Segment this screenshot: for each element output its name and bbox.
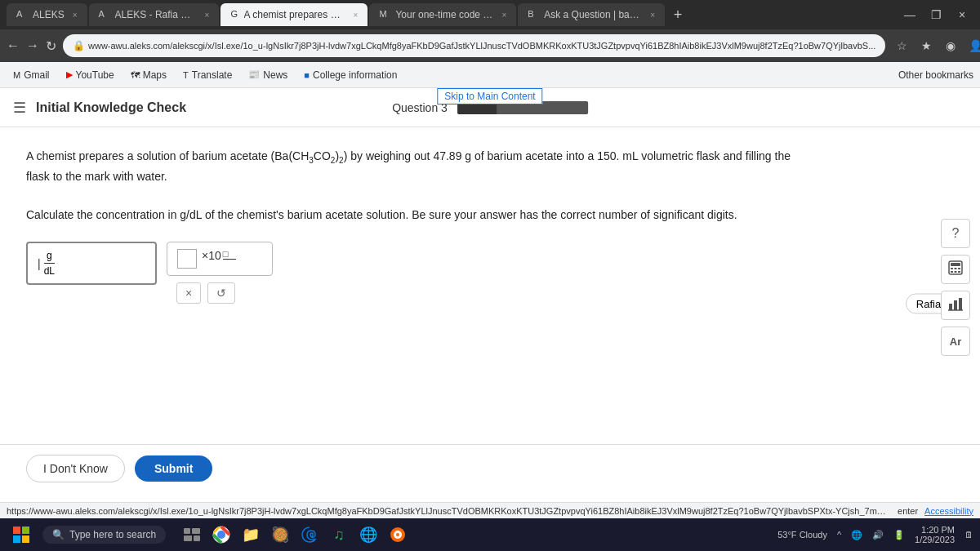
bar-chart-button[interactable]	[941, 291, 970, 320]
content-panel: Skip to Main Content ☰ Initial Knowledge…	[0, 88, 980, 518]
taskbar-network-icon[interactable]: 🌐	[851, 530, 862, 540]
bookmark-news[interactable]: 📰 News	[242, 68, 294, 82]
svg-rect-19	[194, 535, 200, 541]
tab-close-4[interactable]: ×	[501, 11, 506, 20]
tab-aleks-knowledge[interactable]: A ALEKS - Rafia Riaz - Knowledge C ×	[89, 3, 220, 26]
bookmark-college-label: College information	[313, 69, 397, 81]
sci-notation-wrapper: ×10 □ × ↺	[167, 242, 273, 304]
bookmark-college[interactable]: ■ College information	[297, 68, 403, 82]
calculator-button[interactable]	[941, 255, 970, 284]
periodic-table-button[interactable]: Ar	[941, 327, 970, 356]
status-accessibility[interactable]: Accessibility	[924, 506, 973, 516]
right-tools: ?	[941, 219, 970, 356]
unit-numerator: g	[47, 250, 52, 261]
formula-display: (Ba(CH3CO2)2)	[271, 149, 351, 162]
tab-chemist[interactable]: G A chemist prepares a solution of ×	[220, 3, 368, 26]
taskbar-spotify-icon[interactable]: ♫	[326, 522, 352, 548]
maximize-button[interactable]: ❐	[924, 3, 947, 26]
tab-label-2: ALEKS - Rafia Riaz - Knowledge C	[115, 9, 197, 20]
taskbar-task-view[interactable]	[179, 522, 205, 548]
taskbar-battery-icon: 🔋	[893, 530, 905, 540]
minimize-button[interactable]: —	[898, 3, 921, 26]
gmail-favicon: M	[13, 70, 20, 80]
periodic-table-icon: Ar	[950, 335, 961, 348]
bookmark-youtube-label: YouTube	[76, 69, 114, 81]
svg-rect-4	[958, 268, 960, 269]
fraction-bar	[44, 263, 55, 264]
taskbar-time-display: 1:20 PM	[915, 525, 955, 535]
svg-rect-10	[959, 298, 962, 310]
svg-rect-7	[958, 271, 960, 273]
tab-onetimecode[interactable]: M Your one-time code - rrafia360@ ×	[369, 3, 516, 26]
new-tab-button[interactable]: +	[666, 3, 689, 26]
taskbar-food-icon[interactable]: 🥘	[267, 522, 293, 548]
tab-close-5[interactable]: ×	[650, 11, 655, 20]
svg-rect-17	[192, 528, 200, 534]
profile-icon[interactable]: 👤	[965, 36, 980, 56]
news-favicon: 📰	[248, 69, 260, 80]
taskbar-browser-icon2[interactable]: 🌐	[355, 522, 381, 548]
close-window-button[interactable]: ×	[951, 3, 973, 26]
help-button[interactable]: ?	[941, 219, 970, 248]
other-bookmarks[interactable]: Other bookmarks	[898, 69, 973, 81]
sci-notation-inner: ×10 □	[177, 249, 236, 269]
taskbar-app-icon[interactable]	[385, 522, 411, 548]
sci-exponent-input[interactable]: □	[223, 249, 236, 260]
bookmark-news-label: News	[263, 69, 287, 81]
college-favicon: ■	[304, 70, 310, 80]
svg-rect-13	[22, 527, 29, 534]
fraction-wrapper: | g dL	[38, 250, 55, 277]
tab-close-2[interactable]: ×	[205, 11, 210, 20]
taskbar-date-display: 1/29/2023	[915, 535, 955, 544]
address-bar-row: ← → ↻ 🔒 www-awu.aleks.com/alekscgi/x/Isl…	[0, 29, 980, 62]
svg-rect-9	[954, 300, 957, 310]
svg-rect-12	[13, 527, 20, 534]
bookmark-star-icon[interactable]: ☆	[892, 36, 911, 56]
bookmark-translate[interactable]: T Translate	[176, 68, 238, 82]
bookmark-maps-label: Maps	[143, 69, 167, 81]
calculator-icon	[947, 260, 964, 279]
tab-bartleby[interactable]: B Ask a Question | bartleby ×	[518, 3, 665, 26]
tab-favicon-1: A	[16, 9, 28, 20]
taskbar-caret-icon[interactable]: ^	[837, 530, 841, 540]
sci-undo-button[interactable]: ↺	[207, 282, 235, 304]
extension-icon-2[interactable]: ◉	[941, 36, 960, 56]
svg-rect-2	[951, 268, 953, 269]
tab-close-1[interactable]: ×	[73, 11, 78, 20]
bookmark-gmail-label: Gmail	[24, 69, 49, 81]
taskbar-search[interactable]: 🔍 Type here to search	[42, 526, 166, 544]
other-bookmarks-label: Other bookmarks	[898, 69, 973, 81]
taskbar-notification-icon[interactable]: 🗓	[964, 530, 973, 540]
bottom-action-bar: I Don't Know Submit	[0, 444, 980, 492]
maps-favicon: 🗺	[131, 70, 140, 80]
tab-aleks[interactable]: A ALEKS ×	[7, 3, 87, 26]
svg-rect-18	[184, 535, 192, 541]
tab-label-1: ALEKS	[33, 9, 65, 20]
forward-button[interactable]: →	[26, 34, 39, 57]
sci-clear-button[interactable]: ×	[176, 282, 201, 304]
tab-close-3[interactable]: ×	[354, 11, 359, 20]
tab-bar: A ALEKS × A ALEKS - Rafia Riaz - Knowled…	[0, 0, 980, 29]
taskbar-clock[interactable]: 1:20 PM 1/29/2023	[915, 525, 955, 544]
back-button[interactable]: ←	[7, 34, 20, 57]
skip-link[interactable]: Skip to Main Content	[437, 88, 542, 104]
taskbar-volume-icon[interactable]: 🔊	[872, 530, 884, 540]
tab-label-5: Ask a Question | bartleby	[544, 9, 642, 20]
skip-link-text: Skip to Main Content	[444, 91, 535, 102]
reload-button[interactable]: ↻	[46, 34, 56, 57]
bookmark-maps[interactable]: 🗺 Maps	[124, 68, 173, 82]
dont-know-button[interactable]: I Don't Know	[26, 455, 125, 482]
sci-notation-box: ×10 □	[167, 242, 273, 276]
address-input[interactable]: 🔒 www-awu.aleks.com/alekscgi/x/Isl.exe/1…	[63, 34, 885, 57]
taskbar-explorer-icon[interactable]: 📁	[238, 522, 264, 548]
extension-icon-1[interactable]: ★	[916, 36, 936, 56]
svg-rect-14	[13, 535, 20, 543]
taskbar-edge-icon[interactable]	[296, 522, 323, 548]
hamburger-menu[interactable]: ☰	[13, 99, 26, 117]
fraction-unit: g dL	[44, 250, 55, 277]
taskbar-chrome-icon[interactable]	[208, 522, 234, 548]
submit-button[interactable]: Submit	[135, 455, 212, 482]
start-button[interactable]	[7, 520, 36, 549]
bookmark-youtube[interactable]: ▶ YouTube	[60, 68, 121, 82]
bookmark-gmail[interactable]: M Gmail	[7, 68, 56, 82]
